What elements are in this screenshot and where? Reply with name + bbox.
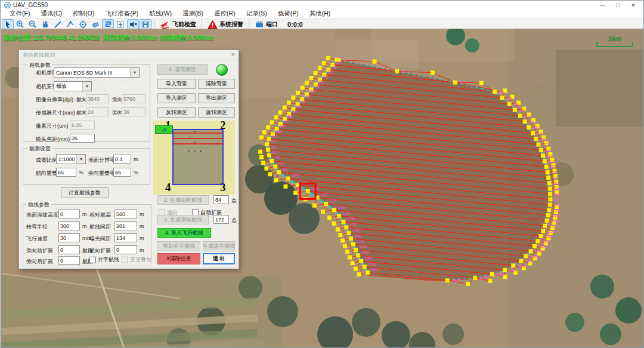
waypoint-marker[interactable]: [524, 254, 528, 258]
dialog-close-icon[interactable]: ×: [231, 51, 235, 58]
menu-item[interactable]: 遥测(B): [177, 10, 209, 18]
rotate-area-button[interactable]: 旋转测区: [198, 107, 235, 118]
waypoint-marker[interactable]: [283, 106, 287, 110]
exit-button[interactable]: 退 出: [203, 253, 235, 264]
waypoint-marker[interactable]: [332, 208, 336, 212]
waypoint-marker[interactable]: [274, 178, 278, 182]
turn-radius-field[interactable]: [58, 221, 80, 230]
waypoint-marker[interactable]: [296, 183, 300, 187]
waypoint-marker[interactable]: [340, 238, 345, 242]
waypoint-marker[interactable]: [547, 208, 551, 212]
waypoint-marker[interactable]: [287, 100, 291, 104]
waypoint-marker[interactable]: [286, 177, 290, 181]
clear-background-button[interactable]: 清除背景: [198, 79, 235, 89]
dialog-title-bar[interactable]: 测绘航线规划 ×: [19, 50, 239, 60]
waypoint-marker[interactable]: [453, 81, 457, 85]
waypoint-marker[interactable]: [546, 175, 550, 180]
waypoint-marker[interactable]: [354, 267, 358, 271]
waypoint-marker[interactable]: [309, 76, 313, 80]
waypoint-marker[interactable]: [395, 69, 399, 73]
waypoint-marker[interactable]: [535, 239, 540, 243]
waypoint-marker[interactable]: [312, 204, 317, 208]
waypoint-marker[interactable]: [518, 114, 522, 118]
waypoint-marker[interactable]: [363, 264, 367, 269]
overlap-s-field[interactable]: [113, 168, 131, 177]
waypoint-marker[interactable]: [366, 270, 370, 275]
grid-route-checkbox[interactable]: [89, 257, 96, 263]
waypoint-marker[interactable]: [321, 210, 325, 214]
waypoint-marker[interactable]: [541, 229, 545, 233]
waypoint-marker[interactable]: [488, 279, 493, 283]
waypoint-marker[interactable]: [431, 70, 435, 75]
waypoint-marker[interactable]: [531, 131, 535, 135]
camera-type-select[interactable]: Canon EOS 5D Mark III▼: [54, 67, 140, 78]
waypoint-marker[interactable]: [342, 220, 346, 224]
waypoint-marker[interactable]: [318, 66, 322, 70]
waypoint-marker[interactable]: [270, 159, 274, 163]
waypoint-marker[interactable]: [519, 259, 523, 263]
waypoint-marker[interactable]: [261, 161, 265, 165]
focal-length-field[interactable]: [70, 134, 95, 143]
waypoint-marker[interactable]: [337, 214, 341, 218]
waypoint-marker[interactable]: [536, 143, 540, 147]
export-area-button[interactable]: 导出测区: [198, 93, 235, 103]
waypoint-marker[interactable]: [479, 81, 484, 85]
waypoint-marker[interactable]: [322, 61, 326, 65]
chevron-down-icon[interactable]: ▼: [130, 68, 139, 77]
waypoint-marker[interactable]: [264, 167, 268, 171]
waypoint-marker[interactable]: [349, 236, 353, 241]
menu-item[interactable]: 遥控(R): [209, 10, 241, 18]
waypoint-marker[interactable]: [344, 225, 348, 229]
import-area-button[interactable]: 导入测区: [157, 93, 196, 103]
waypoint-marker[interactable]: [291, 96, 295, 100]
waypoint-marker[interactable]: [268, 172, 272, 176]
waypoint-marker[interactable]: [500, 96, 504, 100]
line-spacing-field[interactable]: [114, 221, 137, 230]
waypoint-marker[interactable]: [324, 202, 328, 206]
rel-height-field[interactable]: [114, 210, 137, 218]
waypoint-marker[interactable]: [547, 181, 552, 185]
import-flight-route-button[interactable]: 4. 导入飞行航线: [157, 228, 211, 238]
waypoint-marker[interactable]: [259, 155, 264, 159]
menu-item[interactable]: 载荷(P): [273, 10, 304, 18]
menu-item[interactable]: 控制(O): [67, 10, 100, 18]
calc-route-params-button[interactable]: 计算航线参数: [61, 187, 109, 198]
waypoint-marker[interactable]: [265, 142, 269, 146]
heading-expand-field[interactable]: [114, 245, 137, 254]
waypoint-marker[interactable]: [543, 159, 547, 164]
waypoint-marker[interactable]: [326, 56, 330, 60]
chevron-down-icon[interactable]: ▼: [82, 82, 91, 91]
waypoint-marker[interactable]: [332, 221, 336, 226]
waypoint-marker[interactable]: [490, 272, 494, 276]
import-background-button[interactable]: 导入背景: [157, 79, 196, 89]
waypoint-marker[interactable]: [336, 227, 340, 232]
survey-points-field[interactable]: [213, 215, 229, 224]
waypoint-marker[interactable]: [345, 250, 349, 254]
waypoint-marker[interactable]: [513, 108, 517, 112]
waypoint-marker[interactable]: [548, 198, 552, 202]
waypoint-marker[interactable]: [314, 71, 318, 75]
ground-alt-field[interactable]: [58, 210, 80, 218]
waypoint-marker[interactable]: [305, 81, 309, 85]
waypoint-marker[interactable]: [357, 272, 361, 276]
waypoint-marker[interactable]: [539, 234, 543, 238]
waypoint-marker[interactable]: [529, 249, 533, 253]
minimize-button[interactable]: —: [595, 2, 610, 8]
waypoint-marker[interactable]: [548, 203, 552, 207]
direction-arrow-button[interactable]: ->: [155, 125, 173, 134]
waypoint-marker[interactable]: [283, 184, 287, 189]
waypoint-marker[interactable]: [351, 242, 355, 247]
waypoint-marker[interactable]: [541, 153, 545, 158]
waypoint-marker[interactable]: [267, 153, 271, 157]
menu-item[interactable]: 记录(S): [241, 10, 273, 18]
waypoint-marker[interactable]: [258, 150, 262, 154]
waypoint-marker[interactable]: [466, 282, 470, 286]
waypoint-marker[interactable]: [373, 60, 377, 64]
waypoint-marker[interactable]: [270, 121, 274, 125]
side-front-expand-field[interactable]: [58, 245, 80, 254]
waypoint-marker[interactable]: [296, 91, 300, 95]
waypoint-marker[interactable]: [445, 278, 450, 282]
exposure-spacing-field[interactable]: [114, 233, 137, 242]
waypoint-marker[interactable]: [532, 244, 537, 248]
waypoint-marker[interactable]: [546, 213, 550, 217]
